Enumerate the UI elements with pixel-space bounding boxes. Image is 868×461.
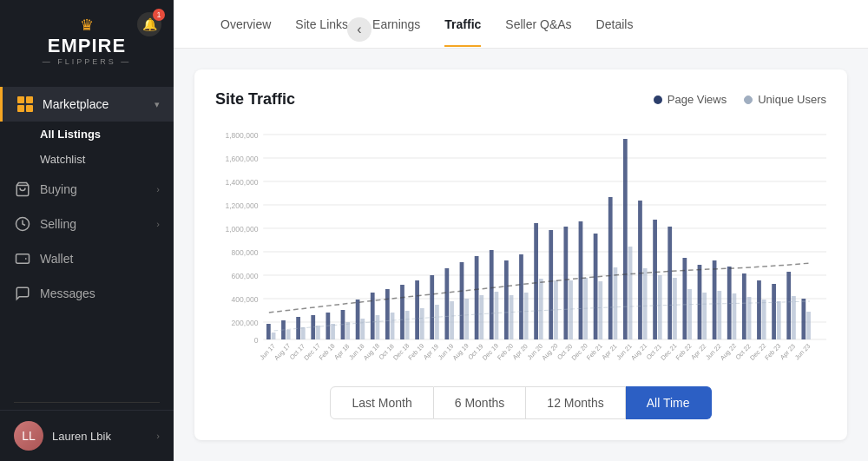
svg-rect-76 [658, 275, 662, 339]
svg-text:Feb 18: Feb 18 [318, 342, 337, 362]
svg-rect-35 [356, 300, 360, 339]
sidebar-item-selling[interactable]: Selling › [0, 207, 174, 241]
sidebar-item-buying[interactable]: Buying › [0, 172, 174, 207]
notification-bell[interactable]: 🔔 1 [137, 12, 161, 36]
svg-text:1,600,000: 1,600,000 [225, 155, 258, 163]
svg-text:Feb 20: Feb 20 [496, 342, 515, 362]
svg-text:1,200,000: 1,200,000 [225, 201, 258, 210]
sub-nav-all-listings[interactable]: All Listings [40, 122, 174, 147]
svg-text:1,400,000: 1,400,000 [225, 178, 258, 187]
sidebar-item-marketplace[interactable]: Marketplace ▾ [0, 87, 174, 122]
tab-seller-qas[interactable]: Seller Q&As [493, 2, 583, 47]
chart-card: Site Traffic Page Views Unique Users [194, 69, 847, 440]
svg-rect-53 [490, 250, 494, 339]
svg-rect-84 [717, 291, 721, 339]
svg-rect-91 [772, 284, 776, 339]
svg-text:Aug 17: Aug 17 [273, 342, 292, 362]
sidebar-user[interactable]: LL Lauren Lbik › [0, 410, 174, 461]
svg-text:Dec 21: Dec 21 [659, 342, 678, 362]
svg-text:Dec 18: Dec 18 [391, 342, 411, 362]
svg-rect-83 [713, 260, 717, 339]
user-avatar: LL [14, 421, 43, 451]
svg-rect-68 [598, 281, 602, 339]
tab-traffic[interactable]: Traffic [432, 2, 493, 47]
svg-text:Aug 20: Aug 20 [540, 342, 559, 362]
svg-rect-58 [524, 293, 529, 339]
last-month-button[interactable]: Last Month [330, 386, 433, 419]
svg-rect-78 [673, 278, 677, 339]
svg-rect-94 [792, 296, 796, 339]
logo-name: EMPIRE [48, 36, 126, 56]
sidebar-divider [14, 402, 160, 403]
notification-badge: 1 [153, 9, 165, 21]
svg-rect-28 [301, 327, 306, 339]
svg-rect-45 [430, 275, 434, 339]
svg-rect-73 [638, 201, 642, 339]
svg-rect-39 [385, 289, 390, 339]
sidebar-nav: Marketplace ▾ All Listings Watchlist Buy… [0, 80, 174, 395]
wallet-icon [14, 250, 31, 267]
chart-legend: Page Views Unique Users [654, 93, 826, 106]
back-icon: ‹ [357, 22, 361, 37]
content-area: Site Traffic Page Views Unique Users [174, 49, 868, 461]
svg-text:Aug 19: Aug 19 [451, 342, 470, 362]
user-name: Lauren Lbik [52, 430, 156, 443]
back-button[interactable]: ‹ [347, 17, 372, 42]
svg-text:Dec 17: Dec 17 [302, 342, 321, 362]
svg-text:Apr 23: Apr 23 [779, 342, 797, 361]
crown-icon: ♛ [80, 16, 94, 35]
unique-users-label: Unique Users [758, 93, 826, 106]
svg-rect-60 [539, 279, 543, 339]
selling-icon [14, 215, 31, 233]
svg-rect-24 [272, 333, 276, 339]
svg-text:Feb 21: Feb 21 [585, 342, 604, 362]
svg-rect-43 [415, 280, 419, 339]
buying-arrow-icon: › [156, 184, 160, 194]
sidebar-logo: ♛ EMPIRE — FLIPPERS — 🔔 1 [0, 0, 174, 80]
svg-rect-64 [569, 280, 573, 339]
messages-label: Messages [40, 286, 160, 300]
marketplace-dropdown-icon: ▾ [155, 99, 160, 110]
tab-earnings[interactable]: Earnings [360, 2, 432, 47]
svg-rect-48 [450, 301, 454, 339]
svg-rect-70 [614, 267, 618, 339]
svg-rect-81 [698, 265, 702, 339]
top-nav: ‹ Overview Site Links Earnings Traffic S… [174, 0, 868, 49]
marketplace-sub-nav: All Listings Watchlist [0, 122, 174, 172]
buying-label: Buying [40, 182, 156, 196]
svg-rect-69 [608, 197, 613, 339]
svg-rect-77 [667, 227, 672, 339]
tab-details[interactable]: Details [584, 2, 646, 47]
all-time-button[interactable]: All Time [626, 386, 712, 419]
svg-rect-44 [420, 308, 424, 339]
main-content: ‹ Overview Site Links Earnings Traffic S… [174, 0, 868, 461]
svg-rect-75 [653, 220, 657, 339]
selling-label: Selling [40, 217, 156, 231]
sidebar-item-messages[interactable]: Messages [0, 276, 174, 311]
svg-text:600,000: 600,000 [232, 272, 259, 280]
6-months-button[interactable]: 6 Months [434, 386, 527, 419]
time-filters: Last Month 6 Months 12 Months All Time [215, 386, 826, 419]
svg-rect-30 [316, 326, 320, 339]
svg-rect-38 [376, 315, 380, 339]
legend-page-views: Page Views [654, 93, 727, 106]
svg-rect-47 [444, 268, 449, 339]
svg-rect-85 [727, 267, 732, 339]
marketplace-icon [16, 95, 34, 113]
svg-text:800,000: 800,000 [232, 248, 259, 257]
sub-nav-watchlist[interactable]: Watchlist [40, 147, 174, 172]
svg-rect-67 [594, 234, 598, 339]
svg-rect-26 [286, 330, 291, 339]
svg-text:Apr 22: Apr 22 [689, 342, 707, 361]
svg-rect-82 [702, 293, 707, 339]
svg-rect-40 [391, 313, 395, 339]
svg-rect-59 [534, 223, 538, 339]
svg-rect-32 [331, 324, 335, 339]
sidebar-item-wallet[interactable]: Wallet [0, 241, 174, 276]
12-months-button[interactable]: 12 Months [526, 386, 625, 419]
tab-overview[interactable]: Overview [208, 2, 283, 47]
svg-rect-42 [405, 311, 410, 339]
svg-rect-56 [510, 295, 514, 339]
svg-rect-90 [762, 300, 766, 339]
svg-text:1,000,000: 1,000,000 [225, 225, 258, 234]
